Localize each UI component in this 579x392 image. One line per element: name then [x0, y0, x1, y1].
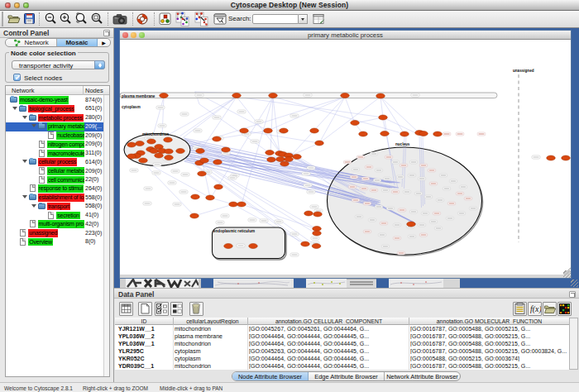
- svg-text:f(x): f(x): [530, 304, 541, 314]
- svg-text:unassigned: unassigned: [513, 69, 534, 73]
- svg-text:cytoplasm: cytoplasm: [122, 105, 141, 109]
- svg-text:endoplasmic reticulum: endoplasmic reticulum: [213, 229, 255, 233]
- svg-text:plasma membrane: plasma membrane: [122, 94, 156, 98]
- svg-text:mitochondrion: mitochondrion: [142, 132, 169, 136]
- svg-text:nucleus: nucleus: [395, 142, 410, 146]
